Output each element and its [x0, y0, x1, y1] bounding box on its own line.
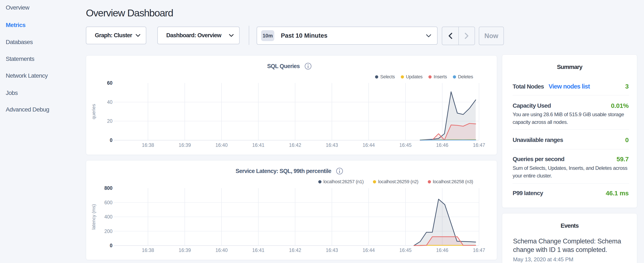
summary-row-label: Capacity Used	[512, 102, 551, 109]
y-tick-label: 20	[107, 118, 112, 124]
view-nodes-link[interactable]: View nodes list	[548, 83, 590, 90]
x-tick-label: 16:44	[362, 247, 375, 253]
summary-row-value: 46.1 ms	[606, 190, 629, 197]
x-tick-label: 16:43	[326, 247, 338, 253]
summary-row-value: 0.01%	[611, 102, 629, 109]
y-tick-label: 0	[110, 243, 112, 248]
y-tick-label: 40	[107, 99, 112, 105]
sidebar-item-databases[interactable]: Databases	[6, 39, 33, 46]
now-button[interactable]: Now	[479, 27, 504, 45]
x-tick-label: 16:42	[289, 247, 301, 253]
x-tick-label: 16:47	[473, 142, 485, 148]
chevron-down-icon	[136, 34, 140, 37]
x-tick-label: 16:45	[399, 247, 412, 253]
x-tick-label: 16:46	[436, 142, 448, 148]
x-tick-label: 16:39	[178, 142, 191, 148]
time-step-buttons	[442, 27, 475, 45]
x-tick-label: 16:45	[399, 142, 412, 148]
time-range-label: Past 10 Minutes	[281, 32, 328, 39]
time-range-badge: 10m	[261, 30, 274, 41]
summary-row-value: 3	[625, 83, 629, 90]
sidebar-item-advanced-debug[interactable]: Advanced Debug	[6, 106, 49, 113]
summary-label-text: Total Nodes	[512, 83, 544, 90]
sidebar-item-metrics[interactable]: Metrics	[6, 22, 26, 29]
y-tick-label: 800	[104, 185, 112, 191]
sql-queries-chart-card: SQL QueriesSelectsUpdatesInsertsDeletes0…	[86, 55, 497, 155]
x-tick-label: 16:43	[326, 142, 338, 148]
dashboard-dropdown[interactable]: Dashboard: Overview	[157, 27, 240, 44]
service-latency-chart-card: Service Latency: SQL, 99th percentileloc…	[86, 160, 497, 260]
time-back-button[interactable]	[442, 27, 458, 45]
x-tick-label: 16:47	[473, 247, 485, 253]
sidebar: OverviewMetricsDatabasesStatementsNetwor…	[0, 0, 85, 263]
summary-row-value: 59.7	[616, 156, 629, 163]
toolbar-divider	[249, 26, 249, 45]
events-title: Events	[502, 222, 637, 229]
y-tick-label: 400	[104, 214, 112, 220]
y-tick-label: 200	[104, 228, 112, 234]
chevron-left-icon	[448, 33, 452, 39]
x-tick-label: 16:38	[142, 142, 154, 148]
summary-label-text: Queries per second	[512, 156, 564, 162]
y-tick-label: 0	[110, 137, 112, 143]
y-axis-label: latency (ms)	[91, 204, 96, 229]
sidebar-item-overview[interactable]: Overview	[6, 4, 29, 11]
y-tick-label: 600	[104, 200, 112, 205]
x-tick-label: 16:41	[252, 247, 264, 253]
graph-dropdown-label: Graph: Cluster	[95, 32, 132, 39]
sidebar-item-network-latency[interactable]: Network Latency	[6, 72, 48, 79]
summary-panel: SummaryTotal NodesView nodes list3Capaci…	[502, 55, 637, 208]
chevron-right-icon	[465, 33, 468, 39]
x-tick-label: 16:42	[289, 142, 301, 148]
time-range-selector[interactable]: 10m Past 10 Minutes	[256, 27, 438, 45]
summary-label-text: Unavailable ranges	[512, 137, 563, 143]
x-tick-label: 16:44	[362, 142, 375, 148]
summary-divider	[512, 95, 629, 95]
sidebar-item-statements[interactable]: Statements	[6, 56, 34, 62]
summary-label-text: P99 latency	[512, 190, 543, 196]
summary-divider	[512, 129, 629, 130]
events-panel: EventsSchema Change Completed: Schema ch…	[502, 213, 637, 263]
x-tick-label: 16:38	[142, 247, 154, 253]
chart-plot: 020040060080016:3816:3916:4016:4116:4216…	[86, 160, 497, 260]
x-tick-label: 16:41	[252, 142, 264, 148]
chevron-down-icon	[229, 34, 234, 37]
summary-row-label: Queries per second	[512, 156, 564, 163]
summary-divider	[512, 149, 629, 149]
page-title: Overview Dashboard	[86, 7, 173, 19]
summary-divider	[512, 183, 629, 184]
x-tick-label: 16:39	[178, 247, 191, 253]
event-message[interactable]: Schema Change Completed: Schema change w…	[513, 237, 627, 254]
summary-row-desc: You are using 28.6 MiB of 515.9 GiB usab…	[512, 112, 632, 117]
chevron-down-icon	[426, 34, 431, 37]
summary-row-label: P99 latency	[512, 190, 543, 197]
x-tick-label: 16:40	[216, 142, 228, 148]
event-timestamp: May 13, 2020 at 4:45 PM	[513, 256, 574, 263]
x-tick-label: 16:40	[216, 247, 228, 253]
summary-row-value: 0	[625, 136, 629, 144]
summary-label-text: Capacity Used	[512, 102, 551, 109]
summary-title: Summary	[502, 64, 637, 70]
summary-row-desc: capacity across all nodes.	[512, 119, 632, 125]
y-tick-label: 60	[107, 80, 112, 86]
dashboard-dropdown-label: Dashboard: Overview	[166, 32, 221, 39]
y-axis-label: queries	[91, 104, 96, 119]
sidebar-item-jobs[interactable]: Jobs	[6, 90, 18, 96]
time-forward-button[interactable]	[458, 27, 474, 45]
summary-row-desc: Sum of Selects, Updates, Inserts, and De…	[512, 165, 632, 171]
graph-dropdown[interactable]: Graph: Cluster	[86, 27, 146, 44]
summary-row-desc: your entire cluster.	[512, 173, 632, 179]
chart-plot: 020406016:3816:3916:4016:4116:4216:4316:…	[86, 56, 497, 155]
x-tick-label: 16:46	[436, 247, 448, 253]
summary-row-label: Total NodesView nodes list	[512, 83, 590, 90]
summary-row-label: Unavailable ranges	[512, 137, 563, 143]
